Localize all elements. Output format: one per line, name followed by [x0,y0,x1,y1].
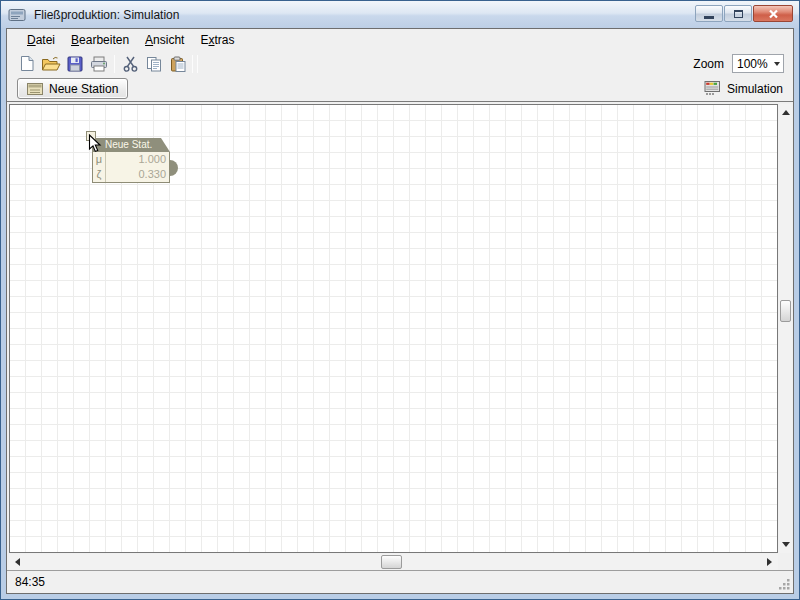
simulation-label: Simulation [727,82,783,96]
simulation-button[interactable]: Simulation [704,81,783,96]
new-station-label: Neue Station [49,82,118,96]
window-controls [695,5,793,22]
canvas-area: Neue Stat. μ 1.000 ζ 0.330 [7,102,793,570]
paste-clipboard-icon [170,56,186,72]
scroll-down-arrow-icon[interactable] [782,542,790,547]
zoom-value: 100% [733,57,770,71]
chevron-down-icon [774,62,780,69]
zoom-dropdown-button[interactable] [770,55,783,72]
status-bar: 84:35 [7,570,793,593]
maximize-icon [734,10,743,18]
station-param-row: μ 1.000 [93,152,169,167]
new-station-button[interactable]: Neue Station [17,78,128,99]
status-text: 84:35 [15,575,45,589]
save-button[interactable] [63,53,87,75]
cut-button[interactable] [118,53,142,75]
menu-extras[interactable]: Extras [192,30,242,50]
simulation-icon [704,81,721,96]
app-window: Fließproduktion: Simulation Datei Bearbe… [0,0,800,600]
scroll-right-arrow-icon[interactable] [767,558,772,566]
scrollbar-corner [778,553,792,570]
station-param-row: ζ 0.330 [93,167,169,182]
copy-icon [146,56,162,72]
open-button[interactable] [39,53,63,75]
param-symbol-zeta: ζ [93,167,106,182]
cut-scissors-icon [123,56,138,72]
vertical-scroll-thumb[interactable] [780,300,791,322]
resize-grip-icon[interactable] [778,578,791,591]
zoom-label: Zoom [693,57,724,71]
print-button[interactable] [87,53,111,75]
station-toolbar: Neue Station Simulation [7,76,793,102]
horizontal-scroll-thumb[interactable] [381,555,402,569]
menu-datei[interactable]: Datei [19,30,63,50]
title-bar[interactable]: Fließproduktion: Simulation [1,1,799,28]
station-tag-icon [27,83,43,95]
vertical-scrollbar[interactable] [779,104,792,553]
paste-button[interactable] [166,53,190,75]
new-document-icon [19,55,35,72]
main-toolbar: Zoom 100% [7,51,793,76]
station-body: μ 1.000 ζ 0.330 [92,152,170,183]
horizontal-scrollbar[interactable] [9,554,778,570]
new-button[interactable] [15,53,39,75]
mouse-cursor-icon [88,134,102,154]
station-title: Neue Stat. [92,138,170,152]
app-icon [8,7,28,23]
param-symbol-mu: μ [93,152,106,167]
toolbar-separator [197,55,198,73]
save-icon [67,56,83,72]
station-tag[interactable]: Neue Stat. μ 1.000 ζ 0.330 [92,138,170,183]
maximize-button[interactable] [724,5,752,22]
close-button[interactable] [753,5,793,22]
toolbar-separator [114,55,115,73]
scroll-left-arrow-icon[interactable] [15,558,20,566]
scroll-up-arrow-icon[interactable] [782,110,790,115]
simulation-canvas[interactable]: Neue Stat. μ 1.000 ζ 0.330 [9,104,778,553]
minimize-icon [704,16,714,19]
open-folder-icon [41,56,61,72]
zoom-combobox[interactable]: 100% [732,54,784,73]
window-title: Fließproduktion: Simulation [34,8,695,22]
copy-button[interactable] [142,53,166,75]
menu-bar: Datei Bearbeiten Ansicht Extras [7,29,793,51]
minimize-button[interactable] [695,5,723,22]
menu-bearbeiten[interactable]: Bearbeiten [63,30,137,50]
print-icon [90,56,108,72]
param-value-zeta: 0.330 [106,167,169,182]
param-value-mu: 1.000 [106,152,169,167]
menu-ansicht[interactable]: Ansicht [137,30,192,50]
close-icon [768,9,779,19]
station-node[interactable]: Neue Stat. μ 1.000 ζ 0.330 [86,131,186,197]
client-area: Datei Bearbeiten Ansicht Extras [6,28,794,594]
toolbar-separator [192,55,193,73]
